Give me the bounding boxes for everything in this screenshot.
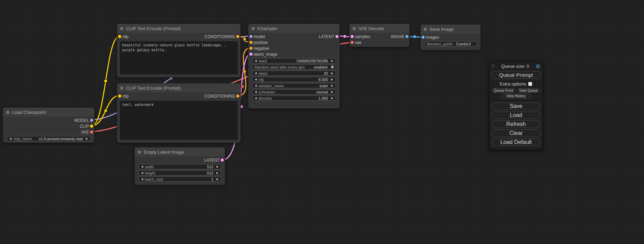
output-port-clip[interactable] xyxy=(90,125,93,128)
decrement-arrow-icon[interactable]: ◀ xyxy=(255,60,257,62)
history-row: View History xyxy=(492,94,540,98)
link-midpoint-dot xyxy=(104,109,107,112)
node-title-bar[interactable]: KSampler xyxy=(248,24,339,33)
collapse-dot-icon[interactable] xyxy=(353,27,356,30)
drag-handle-icon[interactable]: ⠿ xyxy=(492,64,494,69)
collapse-dot-icon[interactable] xyxy=(252,27,255,30)
slot-row: clip CONDITIONING xyxy=(117,93,240,99)
node-title-bar[interactable]: Empty Latent Image xyxy=(135,147,225,156)
widget-denoise[interactable]: ◀ denoise 1.000 ▶ xyxy=(252,96,336,101)
prompt-text-input[interactable]: beautiful scenery nature glass bottle la… xyxy=(120,41,238,74)
node-title-bar[interactable]: CLIP Text Encode (Prompt) xyxy=(117,24,240,33)
input-port-vae[interactable] xyxy=(351,41,354,44)
toggle-knob-icon[interactable] xyxy=(331,65,334,69)
increment-arrow-icon[interactable]: ▶ xyxy=(217,172,219,174)
output-port-latent[interactable] xyxy=(335,35,338,38)
output-port-latent[interactable] xyxy=(221,159,224,162)
node-ksampler[interactable]: KSampler model LATENT positive negative … xyxy=(248,24,340,109)
widget-steps[interactable]: ◀ steps 20 ▶ xyxy=(252,71,336,76)
node-title: CLIP Text Encode (Prompt) xyxy=(126,26,181,31)
extra-options-checkbox[interactable] xyxy=(528,82,532,86)
settings-gear-icon[interactable]: ⚙ xyxy=(536,64,540,69)
decrement-arrow-icon[interactable]: ◀ xyxy=(141,172,143,174)
save-button[interactable]: Save xyxy=(492,102,540,110)
output-port-conditioning[interactable] xyxy=(236,94,239,98)
decrement-arrow-icon[interactable]: ◀ xyxy=(255,97,257,100)
queue-front-button[interactable]: Queue Front xyxy=(492,88,515,93)
decrement-arrow-icon[interactable]: ◀ xyxy=(9,137,11,140)
node-vae-decode[interactable]: VAE Decode samples IMAGE vae xyxy=(349,24,410,47)
increment-arrow-icon[interactable]: ▶ xyxy=(331,97,333,100)
widget-width[interactable]: ◀ width 512 ▶ xyxy=(138,164,221,169)
node-clip-text-encode-negative[interactable]: CLIP Text Encode (Prompt) clip CONDITION… xyxy=(117,83,241,143)
decrement-arrow-icon[interactable]: ◀ xyxy=(255,78,257,81)
widget-name: cfg xyxy=(258,78,264,82)
input-port-clip[interactable] xyxy=(118,35,121,38)
input-port-images[interactable] xyxy=(422,36,425,39)
widget-seed[interactable]: ◀ seed 156680208700286 ▶ xyxy=(252,58,336,63)
collapse-dot-icon[interactable] xyxy=(120,27,123,30)
input-port-clip[interactable] xyxy=(118,94,121,98)
widget-batch-size[interactable]: ◀ batch_size 1 ▶ xyxy=(138,177,221,182)
link-midpoint-dot xyxy=(343,35,346,38)
node-empty-latent-image[interactable]: Empty Latent Image LATENT ◀ width 512 ▶ … xyxy=(134,147,225,185)
prompt-text-input[interactable]: text, watermark xyxy=(120,101,238,140)
increment-arrow-icon[interactable]: ▶ xyxy=(331,91,333,93)
widget-cfg[interactable]: ◀ cfg 8.000 ▶ xyxy=(252,77,336,82)
node-title-bar[interactable]: Save Image xyxy=(421,25,480,34)
input-label: clip xyxy=(122,34,129,39)
decrement-arrow-icon[interactable]: ◀ xyxy=(255,91,257,93)
node-clip-text-encode-positive[interactable]: CLIP Text Encode (Prompt) clip CONDITION… xyxy=(117,24,241,78)
increment-arrow-icon[interactable]: ▶ xyxy=(331,72,333,75)
node-title-bar[interactable]: CLIP Text Encode (Prompt) xyxy=(117,83,240,92)
collapse-dot-icon[interactable] xyxy=(6,111,9,114)
decrement-arrow-icon[interactable]: ◀ xyxy=(141,165,143,168)
link-midpoint-dot xyxy=(413,35,416,38)
increment-arrow-icon[interactable]: ▶ xyxy=(217,178,219,181)
collapse-dot-icon[interactable] xyxy=(424,28,427,31)
output-port-conditioning[interactable] xyxy=(236,35,239,38)
increment-arrow-icon[interactable]: ▶ xyxy=(331,78,333,81)
clear-button[interactable]: Clear xyxy=(492,129,540,137)
increment-arrow-icon[interactable]: ▶ xyxy=(217,165,219,168)
output-slot-clip: CLIP xyxy=(3,123,94,129)
link-midpoint-dot xyxy=(243,70,246,73)
input-port-samples[interactable] xyxy=(351,35,354,38)
widget-value: 8.000 xyxy=(318,78,328,82)
output-port-image[interactable] xyxy=(405,35,408,38)
increment-arrow-icon[interactable]: ▶ xyxy=(331,84,333,87)
increment-arrow-icon[interactable]: ▶ xyxy=(331,60,333,62)
collapse-dot-icon[interactable] xyxy=(138,151,141,154)
load-default-button[interactable]: Load Default xyxy=(492,138,540,146)
widget-scheduler[interactable]: ◀ scheduler normal ▶ xyxy=(252,89,336,94)
increment-arrow-icon[interactable]: ▶ xyxy=(86,137,88,140)
input-port-model[interactable] xyxy=(249,35,253,38)
load-button[interactable]: Load xyxy=(492,111,540,119)
widget-height[interactable]: ◀ height 512 ▶ xyxy=(138,170,221,175)
widget-value: ComfyUI xyxy=(456,42,471,46)
input-port-positive[interactable] xyxy=(249,41,253,44)
input-port-latent-image[interactable] xyxy=(249,53,253,56)
output-label: IMAGE xyxy=(391,34,404,39)
widget-filename-prefix[interactable]: filename_prefix ComfyUI xyxy=(424,41,477,46)
widget-name: ckpt_name xyxy=(13,137,32,141)
decrement-arrow-icon[interactable]: ◀ xyxy=(141,178,143,181)
output-port-model[interactable] xyxy=(90,119,93,122)
widget-ckpt-name[interactable]: ◀ ckpt_name v1-5-pruned-emaonly.ckpt ▶ xyxy=(7,136,91,141)
queue-prompt-button[interactable]: Queue Prompt xyxy=(492,71,540,79)
refresh-button[interactable]: Refresh xyxy=(492,120,540,128)
input-port-negative[interactable] xyxy=(249,47,253,50)
view-history-button[interactable]: View History xyxy=(501,94,531,98)
node-save-image[interactable]: Save Image images filename_prefix ComfyU… xyxy=(420,24,481,50)
node-title-bar[interactable]: VAE Decode xyxy=(350,24,409,33)
view-queue-button[interactable]: View Queue xyxy=(517,88,541,93)
decrement-arrow-icon[interactable]: ◀ xyxy=(255,72,257,75)
collapse-dot-icon[interactable] xyxy=(120,87,123,90)
node-load-checkpoint[interactable]: Load Checkpoint MODEL CLIP VAE ◀ ckpt_na… xyxy=(3,107,95,143)
output-port-vae[interactable] xyxy=(90,130,93,134)
graph-canvas[interactable]: Load Checkpoint MODEL CLIP VAE ◀ ckpt_na… xyxy=(0,0,644,244)
decrement-arrow-icon[interactable]: ◀ xyxy=(255,84,257,87)
node-title-bar[interactable]: Load Checkpoint xyxy=(3,108,94,117)
widget-random-seed-toggle[interactable]: Random seed after every gen enabled xyxy=(252,64,336,70)
widget-sampler-name[interactable]: ◀ sampler_name euler ▶ xyxy=(252,83,336,88)
